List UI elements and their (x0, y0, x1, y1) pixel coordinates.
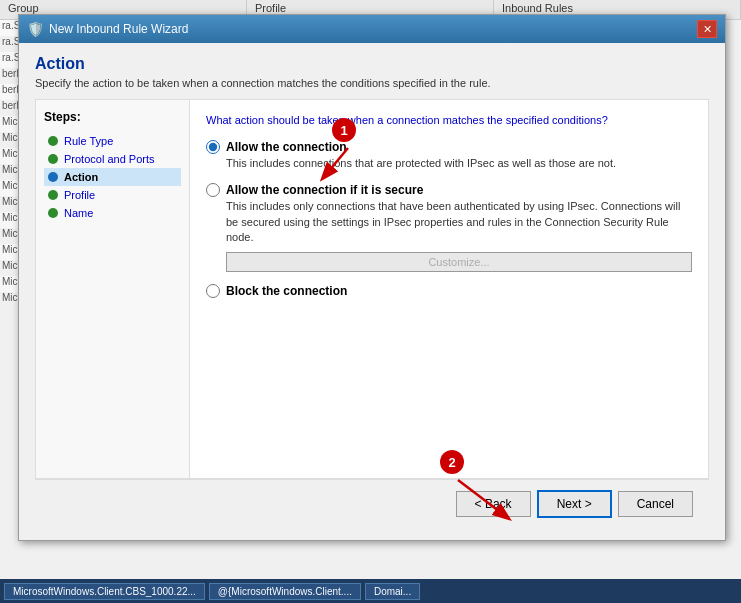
step-dot-name (48, 208, 58, 218)
content-panel: What action should be taken when a conne… (190, 99, 709, 479)
option-allow-secure-row: Allow the connection if it is secure (206, 183, 692, 197)
bg-rows: ra.S ra.S ra.S berl berl berl Mic Mic Mi… (0, 20, 20, 579)
steps-label: Steps: (44, 110, 181, 124)
option-block-row: Block the connection (206, 284, 692, 298)
taskbar-item-2[interactable]: @{MicrosoftWindows.Client.... (209, 583, 361, 600)
step-label-rule-type: Rule Type (64, 135, 113, 147)
option-allow-secure: Allow the connection if it is secure Thi… (206, 183, 692, 271)
question-text: What action should be taken when a conne… (206, 114, 692, 126)
wizard-dialog: 🛡️ New Inbound Rule Wizard ✕ Action Spec… (18, 14, 726, 541)
dialog-footer: < Back Next > Cancel (35, 479, 709, 528)
taskbar-item-3[interactable]: Domai... (365, 583, 420, 600)
bg-row: Mic (0, 244, 20, 260)
bg-row: ra.S (0, 52, 20, 68)
radio-allow[interactable] (206, 140, 220, 154)
page-subtitle: Specify the action to be taken when a co… (35, 77, 709, 89)
radio-group: Allow the connection This includes conne… (206, 140, 692, 300)
option-allow: Allow the connection This includes conne… (206, 140, 692, 171)
step-label-name: Name (64, 207, 93, 219)
step-profile[interactable]: Profile (44, 186, 181, 204)
bg-row: Mic (0, 164, 20, 180)
dialog-body: Action Specify the action to be taken wh… (19, 43, 725, 540)
dialog-content: Steps: Rule Type Protocol and Ports Acti… (35, 99, 709, 479)
dialog-titlebar: 🛡️ New Inbound Rule Wizard ✕ (19, 15, 725, 43)
bg-row: Mic (0, 260, 20, 276)
radio-allow-desc: This includes connections that are prote… (226, 156, 692, 171)
step-name[interactable]: Name (44, 204, 181, 222)
step-rule-type[interactable]: Rule Type (44, 132, 181, 150)
action-header: Action Specify the action to be taken wh… (35, 55, 709, 89)
step-protocol-ports[interactable]: Protocol and Ports (44, 150, 181, 168)
radio-allow-secure-label: Allow the connection if it is secure (226, 183, 423, 197)
cancel-button[interactable]: Cancel (618, 491, 693, 517)
step-dot-profile (48, 190, 58, 200)
radio-allow-secure[interactable] (206, 183, 220, 197)
radio-block-label: Block the connection (226, 284, 347, 298)
close-button[interactable]: ✕ (697, 20, 717, 38)
step-dot-rule-type (48, 136, 58, 146)
step-dot-action (48, 172, 58, 182)
back-button[interactable]: < Back (456, 491, 531, 517)
step-action[interactable]: Action (44, 168, 181, 186)
next-button[interactable]: Next > (537, 490, 612, 518)
dialog-title: New Inbound Rule Wizard (49, 22, 691, 36)
steps-panel: Steps: Rule Type Protocol and Ports Acti… (35, 99, 190, 479)
bg-row: Mic (0, 228, 20, 244)
bg-row: berl (0, 84, 20, 100)
step-label-action: Action (64, 171, 98, 183)
bg-row: Mic (0, 132, 20, 148)
customize-button[interactable]: Customize... (226, 252, 692, 272)
wizard-icon: 🛡️ (27, 21, 43, 37)
bg-row: Mic (0, 276, 20, 292)
bg-row: Mic (0, 148, 20, 164)
radio-block[interactable] (206, 284, 220, 298)
bg-row: Mic (0, 116, 20, 132)
bg-row: ra.S (0, 36, 20, 52)
bg-row: Mic (0, 180, 20, 196)
bg-row: Mic (0, 196, 20, 212)
taskbar-item-1[interactable]: MicrosoftWindows.Client.CBS_1000.22... (4, 583, 205, 600)
bg-row: ra.S (0, 20, 20, 36)
option-allow-row: Allow the connection (206, 140, 692, 154)
option-block: Block the connection (206, 284, 692, 300)
page-title: Action (35, 55, 709, 73)
bg-row: Mic (0, 292, 20, 308)
bg-row: berl (0, 68, 20, 84)
step-label-profile: Profile (64, 189, 95, 201)
radio-allow-label: Allow the connection (226, 140, 347, 154)
radio-allow-secure-desc: This includes only connections that have… (226, 199, 692, 245)
step-dot-protocol-ports (48, 154, 58, 164)
bg-row: berl (0, 100, 20, 116)
taskbar: MicrosoftWindows.Client.CBS_1000.22... @… (0, 579, 741, 603)
step-label-protocol-ports: Protocol and Ports (64, 153, 155, 165)
bg-row: Mic (0, 212, 20, 228)
